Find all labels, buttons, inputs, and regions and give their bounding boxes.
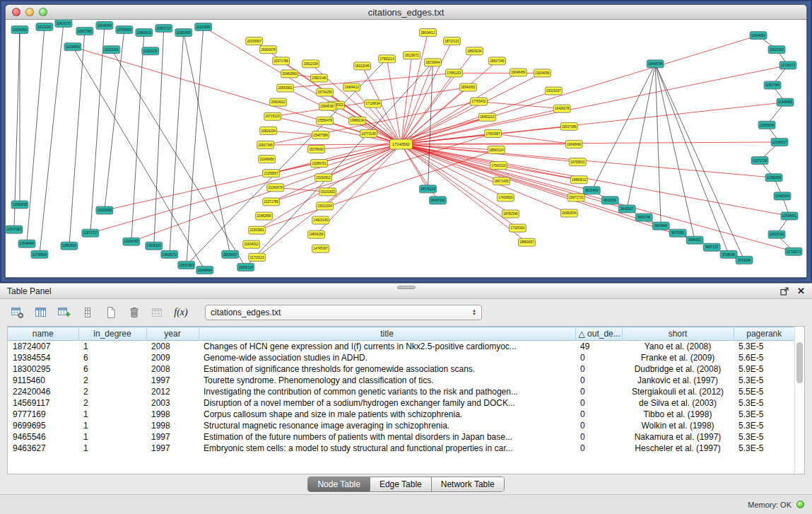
graph-node[interactable]: 18340051 [459, 83, 476, 91]
graph-node[interactable]: 9631516 [601, 197, 618, 204]
graph-node[interactable]: 12759505 [31, 250, 48, 258]
table-cell[interactable]: 9777169 [8, 409, 78, 420]
table-cell[interactable]: 2009 [146, 352, 199, 363]
graph-node[interactable]: 21604012 [243, 240, 260, 248]
graph-node[interactable]: 18893657 [518, 238, 535, 246]
graph-node[interactable]: 11193949 [195, 23, 212, 31]
network-table-select[interactable]: citations_edges.txt ▲▼ [205, 305, 482, 320]
graph-node[interactable]: 16773145 [360, 129, 377, 137]
graph-node[interactable]: 11615162 [768, 46, 785, 54]
graph-node[interactable]: 9620405 [583, 187, 600, 194]
table-cell[interactable]: 9699695 [8, 420, 78, 431]
table-cell[interactable]: 6 [78, 352, 146, 363]
graph-node[interactable]: 20937345 [257, 141, 274, 148]
graph-edge[interactable] [184, 33, 230, 255]
table-cell[interactable]: Franke et al. (2009) [622, 352, 734, 363]
table-cell[interactable]: 2008 [146, 341, 199, 352]
graph-edge[interactable] [40, 23, 64, 255]
table-cell[interactable]: 5.3E-5 [734, 397, 794, 409]
graph-node[interactable]: 9664849 [652, 222, 669, 230]
graph-edge[interactable] [187, 27, 204, 265]
graph-node[interactable]: 15645367 [319, 103, 336, 110]
graph-node[interactable]: 12160617 [771, 138, 788, 146]
graph-node[interactable]: 12504051 [781, 212, 798, 220]
table-cell[interactable]: 0 [575, 386, 622, 397]
table-cell[interactable]: 1997 [146, 431, 199, 443]
graph-node[interactable]: 12493940 [774, 192, 791, 200]
graph-node[interactable]: 13315161 [146, 242, 163, 250]
graph-node[interactable]: 17325901 [509, 224, 526, 232]
graph-edge[interactable] [401, 102, 479, 144]
graph-edge[interactable] [170, 33, 184, 255]
table-cell[interactable]: 22420046 [8, 386, 78, 397]
graph-node[interactable]: 21260678 [267, 184, 284, 192]
graph-node[interactable]: 19448794 [647, 60, 664, 68]
graph-edge[interactable] [401, 144, 695, 240]
graph-edge[interactable] [627, 64, 655, 209]
graph-node[interactable]: 11426272 [142, 47, 159, 55]
table-cell[interactable]: 5.9E-5 [734, 363, 794, 375]
graph-node[interactable]: 11726273 [779, 62, 796, 69]
graph-edge[interactable] [266, 102, 479, 145]
table-cell[interactable]: Estimation of significance thresholds fo… [199, 363, 575, 375]
graph-node[interactable]: 20604012 [270, 98, 287, 106]
graph-node[interactable]: 18376229 [419, 185, 436, 193]
graph-node[interactable]: 20715123 [264, 112, 281, 120]
graph-node[interactable]: 18230944 [424, 59, 441, 66]
graph-node[interactable]: 13537383 [178, 261, 195, 269]
graph-node[interactable]: 10537383 [76, 28, 93, 35]
graph-node[interactable]: 14745367 [312, 245, 329, 252]
table-row[interactable]: 977716911998Corpus callosum shape and si… [8, 409, 794, 420]
table-cell[interactable]: Investigating the contribution of common… [199, 386, 575, 397]
graph-node[interactable]: 10426272 [55, 20, 72, 28]
graph-node[interactable]: 9675950 [669, 229, 686, 237]
graph-node[interactable]: 11948495 [777, 98, 794, 106]
table-cell[interactable]: 6 [78, 363, 146, 375]
graph-node[interactable]: 9719394 [736, 256, 753, 264]
graph-node[interactable]: 21482890 [256, 212, 273, 220]
table-cell[interactable]: 0 [575, 352, 622, 363]
zoom-window-button[interactable] [39, 8, 47, 16]
graph-node[interactable]: 18487330 [429, 197, 446, 204]
table-cell[interactable]: Jankovic et al. (1997) [622, 375, 734, 386]
table-cell[interactable]: Changes of HCN gene expression and I(f) … [199, 341, 575, 352]
table-cell[interactable]: 0 [575, 420, 622, 431]
graph-node[interactable]: 10315161 [36, 23, 53, 31]
graph-node[interactable]: 12971727 [82, 229, 99, 237]
graph-node[interactable]: 15378690 [308, 145, 325, 153]
graph-node[interactable]: 11082838 [175, 29, 192, 37]
table-cell[interactable]: Structural magnetic resonance image aver… [199, 420, 575, 431]
graph-node[interactable]: 11504051 [750, 32, 767, 40]
import-table-button[interactable] [148, 303, 167, 322]
show-columns-button[interactable] [32, 303, 50, 322]
graph-node[interactable]: 14923145 [312, 216, 329, 224]
graph-edge[interactable] [401, 103, 786, 144]
table-cell[interactable]: 0 [575, 363, 622, 375]
graph-edge[interactable] [90, 144, 401, 233]
graph-node[interactable]: 15734256 [317, 88, 334, 96]
graph-node[interactable]: 18604012 [419, 29, 436, 37]
table-cell[interactable]: 1997 [146, 375, 199, 386]
table-cell[interactable]: 1998 [146, 420, 199, 431]
graph-edge[interactable] [27, 27, 45, 244]
column-header-pagerank[interactable]: pagerank [734, 327, 794, 341]
graph-node[interactable]: 17439820 [497, 194, 514, 201]
table-cell[interactable]: 18300295 [8, 363, 78, 375]
graph-node[interactable]: 10759505 [116, 26, 133, 34]
graph-node[interactable]: 21159567 [263, 170, 280, 177]
graph-node[interactable]: 13648494 [196, 266, 213, 274]
graph-node[interactable]: 19426278 [553, 105, 570, 112]
table-cell[interactable]: Hescheler et al. (1997) [622, 443, 734, 454]
graph-node[interactable]: 19315167 [545, 87, 562, 95]
table-row[interactable]: 946554611997Estimation of the future num… [8, 431, 794, 443]
tab-network-table[interactable]: Network Table [432, 477, 504, 491]
table-cell[interactable]: 0 [575, 431, 622, 443]
graph-node[interactable]: 10204050 [11, 26, 28, 34]
graph-node[interactable]: 19971723 [567, 194, 584, 201]
table-cell[interactable]: 0 [575, 409, 622, 420]
graph-edge[interactable] [14, 30, 20, 230]
row-options-button[interactable] [78, 303, 97, 322]
table-cell[interactable]: 5.3E-5 [734, 431, 794, 443]
graph-node[interactable]: 9642627 [618, 205, 635, 213]
graph-node[interactable]: 15012034 [317, 202, 334, 210]
